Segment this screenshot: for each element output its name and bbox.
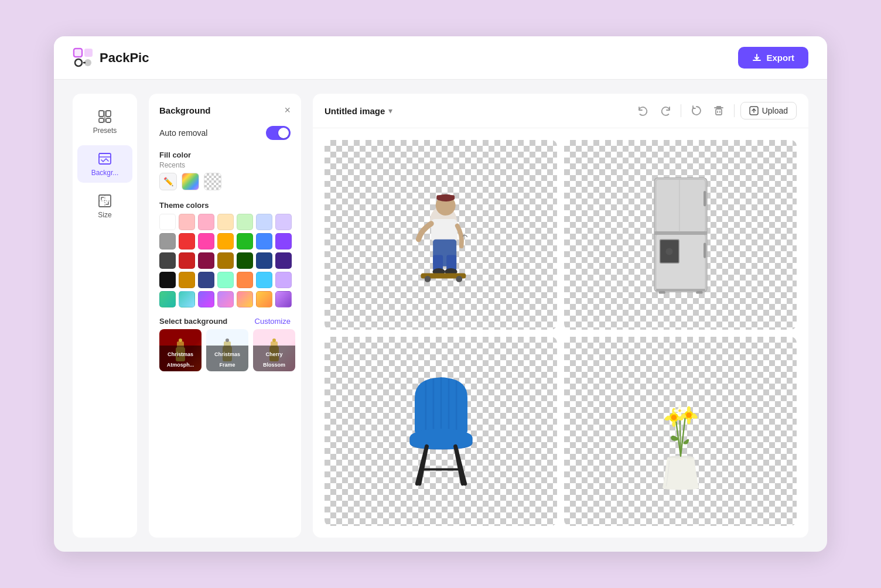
app-title: PackPic [100, 50, 149, 66]
skateboarder-image [394, 176, 488, 293]
theme-colors-title: Theme colors [159, 201, 209, 210]
color-cell[interactable] [256, 214, 272, 230]
select-bg-title: Select background [159, 317, 227, 326]
image-cell-skateboarder[interactable] [325, 140, 557, 330]
sidebar-item-size[interactable]: Size [77, 187, 132, 225]
color-cell[interactable] [159, 272, 176, 288]
color-cell[interactable] [198, 233, 214, 249]
redo-button[interactable] [656, 102, 675, 119]
select-background-section: Select background Customize ★ [159, 317, 291, 371]
bg-template-cherry-blossom[interactable]: Cherry Blossom [253, 329, 295, 371]
image-cell-chair[interactable] [325, 337, 557, 527]
presets-label: Presets [93, 127, 117, 135]
select-bg-header: Select background Customize [159, 317, 291, 326]
color-cell[interactable] [237, 233, 253, 249]
bg-template-christmas-atmosphere[interactable]: ★ Christmas Atmosph... [159, 329, 202, 371]
delete-button[interactable] [709, 102, 728, 119]
background-label: Backgr... [91, 169, 119, 177]
presets-icon [97, 109, 112, 124]
bg-templates: ★ Christmas Atmosph... [159, 329, 291, 371]
theme-colors-section: Theme colors [159, 200, 291, 307]
color-cell[interactable] [237, 252, 253, 269]
bg-template-label: Cherry Blossom [263, 351, 285, 368]
svg-point-57 [665, 248, 672, 255]
reload-icon [691, 105, 702, 117]
svg-point-69 [671, 415, 676, 420]
svg-rect-6 [99, 111, 104, 117]
color-cell[interactable] [275, 252, 292, 269]
color-cell[interactable] [237, 214, 253, 230]
panel-close-button[interactable]: × [284, 104, 291, 117]
gradient-swatch[interactable] [182, 173, 199, 190]
fill-color-section: Fill color Recents ✏️ [159, 149, 291, 190]
svg-point-88 [678, 405, 681, 409]
recents-row: ✏️ [159, 173, 291, 190]
upload-button[interactable]: Upload [740, 102, 797, 119]
color-cell[interactable] [198, 252, 214, 269]
customize-link[interactable]: Customize [255, 317, 291, 326]
reload-button[interactable] [687, 102, 706, 119]
color-cell[interactable] [179, 272, 195, 288]
fill-color-title: Fill color [159, 151, 191, 159]
size-icon [97, 193, 112, 208]
color-cell[interactable] [179, 291, 195, 307]
color-cell[interactable] [159, 233, 176, 249]
sidebar-item-presets[interactable]: Presets [77, 103, 132, 141]
color-cell[interactable] [275, 291, 292, 307]
color-cell[interactable] [159, 214, 176, 230]
color-cell[interactable] [217, 252, 234, 269]
main-content: Presets Backgr... [54, 80, 827, 552]
image-cell-refrigerator[interactable] [564, 140, 797, 330]
toolbar-right: Upload [634, 102, 797, 119]
color-cell[interactable] [275, 233, 292, 249]
app-window: PackPic Export Presets [54, 36, 827, 552]
color-cell[interactable] [275, 272, 292, 288]
color-cell[interactable] [159, 291, 176, 307]
color-cell[interactable] [159, 252, 176, 269]
svg-rect-54 [679, 179, 680, 232]
svg-rect-27 [716, 109, 722, 115]
image-grid [313, 128, 808, 538]
refrigerator-image [637, 170, 725, 299]
transparent-swatch[interactable] [204, 173, 221, 190]
toolbar-divider-2 [734, 104, 735, 117]
canvas-toolbar: Untitled image ▾ [313, 94, 808, 128]
sidebar: Presets Backgr... [73, 94, 137, 538]
color-cell[interactable] [237, 291, 253, 307]
image-cell-flowers[interactable] [564, 337, 797, 527]
svg-rect-60 [696, 291, 702, 294]
color-cell[interactable] [256, 233, 272, 249]
color-cell[interactable] [179, 214, 195, 230]
color-cell[interactable] [237, 272, 253, 288]
color-cell[interactable] [256, 252, 272, 269]
background-panel: Background × Auto removal Fill color Rec… [149, 94, 301, 538]
svg-rect-7 [106, 111, 111, 117]
auto-removal-label: Auto removal [159, 128, 207, 138]
color-cell[interactable] [256, 291, 272, 307]
header: PackPic Export [54, 36, 827, 80]
color-cell[interactable] [179, 233, 195, 249]
color-cell[interactable] [198, 272, 214, 288]
color-cell[interactable] [275, 214, 292, 230]
color-cell[interactable] [217, 272, 234, 288]
undo-button[interactable] [634, 102, 653, 119]
svg-rect-51 [704, 191, 706, 206]
eyedropper-button[interactable]: ✏️ [159, 173, 177, 190]
svg-rect-52 [704, 242, 706, 258]
trash-icon [713, 105, 725, 117]
export-button[interactable]: Export [738, 47, 808, 69]
chair-image [388, 367, 494, 495]
svg-point-19 [179, 339, 182, 342]
auto-removal-toggle[interactable] [266, 126, 291, 140]
color-cell[interactable] [217, 291, 234, 307]
color-cell[interactable] [217, 233, 234, 249]
sidebar-item-background[interactable]: Backgr... [77, 145, 132, 183]
color-cell[interactable] [256, 272, 272, 288]
bg-template-christmas-frame[interactable]: Christmas Frame [206, 329, 248, 371]
color-cell[interactable] [198, 214, 214, 230]
color-cell[interactable] [198, 291, 214, 307]
color-cell[interactable] [217, 214, 234, 230]
chevron-down-icon[interactable]: ▾ [388, 106, 392, 115]
color-cell[interactable] [179, 252, 195, 269]
undo-icon [637, 105, 649, 117]
